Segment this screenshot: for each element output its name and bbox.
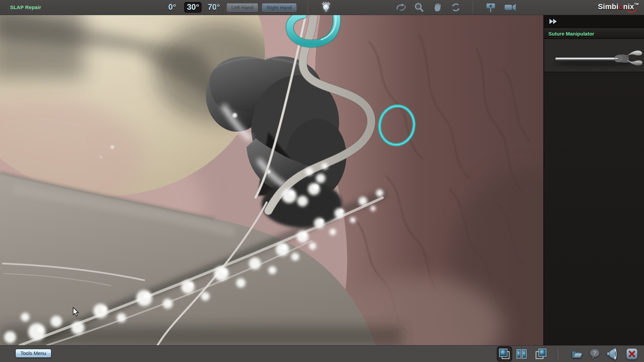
simulator-window: SLAP Repair 0o 30o 70o Left Hand Right H…: [0, 0, 644, 362]
angle-70-button[interactable]: 70o: [205, 2, 222, 13]
arthroscopic-scene: [0, 15, 543, 345]
reset-view-icon[interactable]: [451, 0, 461, 15]
hand-selector-group: Left Hand Right Hand: [227, 3, 297, 12]
close-icon[interactable]: [625, 347, 639, 361]
light-bulb-icon[interactable]: [320, 0, 332, 15]
help-icon[interactable]: ?: [588, 347, 602, 361]
panel-collapse-row: [544, 15, 644, 28]
pan-hand-icon[interactable]: [433, 0, 442, 15]
fast-forward-icon[interactable]: [549, 18, 558, 24]
panel-header: Suture Manipulator: [544, 28, 644, 39]
instrument-preview: [544, 39, 644, 72]
angle-30-button[interactable]: 30o: [184, 2, 202, 13]
angle-0-button[interactable]: 0o: [163, 2, 181, 13]
tools-menu-button[interactable]: Tools Menu: [15, 349, 51, 358]
scope-angle-group: 0o 30o 70o: [163, 0, 222, 15]
video-camera-icon[interactable]: [504, 0, 517, 15]
audio-icon[interactable]: [606, 347, 620, 361]
single-view-button[interactable]: [497, 346, 512, 362]
procedure-title: SLAP Repair: [10, 0, 41, 15]
zoom-icon[interactable]: [414, 0, 424, 15]
surgical-viewport[interactable]: [0, 15, 543, 345]
dual-view-button[interactable]: [514, 346, 529, 362]
svg-text:?: ?: [593, 350, 596, 356]
toolbar-separator: [216, 2, 216, 13]
top-toolbar: SLAP Repair 0o 30o 70o Left Hand Right H…: [0, 0, 644, 15]
left-hand-button[interactable]: Left Hand: [227, 3, 258, 12]
toolbar-separator: [558, 348, 558, 360]
toolbar-separator: [473, 2, 473, 13]
panel-title: Suture Manipulator: [548, 31, 594, 37]
signpost-icon[interactable]: [485, 0, 496, 15]
simbionix-logo: SimbionixTM: [598, 2, 639, 11]
right-hand-button[interactable]: Right Hand: [262, 3, 297, 12]
toolbar-separator: [308, 2, 308, 13]
pip-view-button[interactable]: [533, 346, 548, 362]
orbit-rotate-icon[interactable]: [396, 0, 407, 15]
bottom-toolbar: Tools Menu: [0, 345, 644, 362]
logo-swoosh: [626, 9, 642, 14]
suture-manipulator-image: [544, 39, 644, 72]
logo-accent-o: o: [619, 2, 623, 11]
instrument-panel: Suture Manipulator: [543, 15, 644, 345]
open-folder-icon[interactable]: [570, 347, 584, 361]
